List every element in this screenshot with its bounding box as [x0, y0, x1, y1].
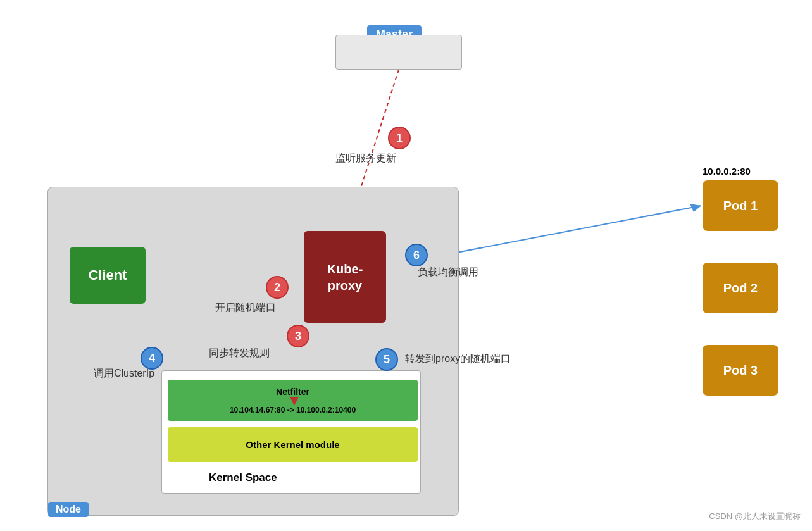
label-step6: 负载均衡调用: [418, 266, 478, 279]
node-label: Node: [48, 502, 89, 517]
label-step1: 监听服务更新: [335, 152, 396, 165]
pod-ip-label: 10.0.0.2:80: [703, 166, 751, 177]
diagram-container: Master Node Client Kube-proxy Netfilter …: [0, 0, 812, 531]
label-step3: 同步转发规则: [209, 347, 270, 360]
svg-marker-10: [290, 397, 299, 406]
kube-proxy-label: Kube-proxy: [327, 261, 363, 294]
step2-circle: 2: [266, 276, 289, 299]
step4-circle: 4: [141, 347, 163, 370]
label-step2: 开启随机端口: [215, 301, 276, 315]
watermark: CSDN @此人未设置昵称: [709, 511, 801, 522]
other-kernel-box: Other Kernel module: [168, 427, 418, 462]
pod2-box: Pod 2: [703, 263, 778, 313]
step3-circle: 3: [287, 325, 309, 347]
step6-circle: 6: [405, 244, 428, 266]
label-step4: 调用ClusterIp: [94, 367, 154, 380]
pod1-box: Pod 1: [703, 180, 778, 231]
kube-proxy-box: Kube-proxy: [304, 231, 386, 323]
pod3-box: Pod 3: [703, 345, 778, 396]
netfilter-box: Netfilter 10.104.14.67:80 -> 10.100.0.2:…: [168, 380, 418, 421]
label-step5: 转发到proxy的随机端口: [405, 353, 511, 366]
svg-marker-9: [690, 204, 701, 212]
netfilter-label: Netfilter: [276, 387, 309, 397]
step1-circle: 1: [388, 127, 411, 149]
step5-circle: 5: [375, 348, 398, 371]
master-box: [335, 35, 462, 70]
netfilter-sub-label: 10.104.14.67:80 -> 10.100.0.2:10400: [230, 406, 356, 415]
kernel-space-label: Kernel Space: [209, 472, 277, 484]
netfilter-arrow-icon: [290, 397, 299, 406]
client-box: Client: [70, 247, 146, 304]
